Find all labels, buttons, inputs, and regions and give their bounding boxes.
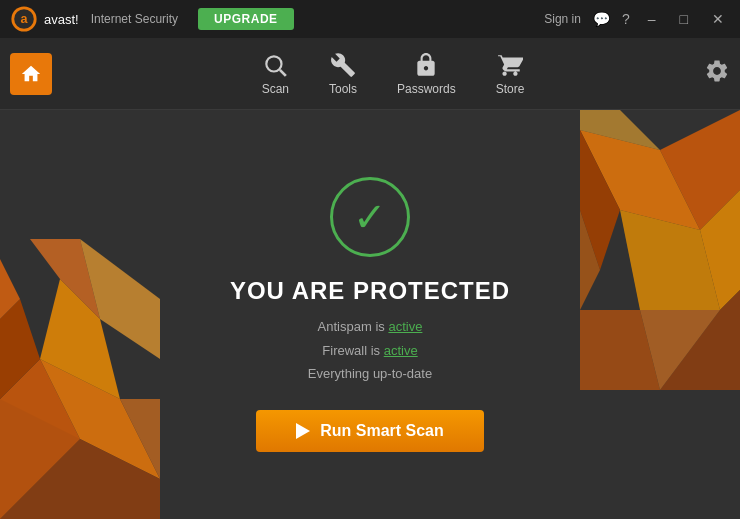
main-content: ✓ YOU ARE PROTECTED Antispam is active F… — [0, 110, 740, 519]
settings-icon — [704, 58, 730, 84]
center-content: ✓ YOU ARE PROTECTED Antispam is active F… — [0, 110, 740, 519]
nav-store[interactable]: Store — [496, 52, 525, 96]
nav-passwords[interactable]: Passwords — [397, 52, 456, 96]
nav-scan[interactable]: Scan — [262, 52, 289, 96]
help-icon[interactable]: ? — [622, 11, 630, 27]
firewall-status-link[interactable]: active — [384, 343, 418, 358]
play-icon — [296, 423, 310, 439]
scan-icon — [262, 52, 288, 78]
uptodate-status: Everything up-to-date — [308, 362, 432, 385]
status-details: Antispam is active Firewall is active Ev… — [308, 315, 432, 385]
check-mark-icon: ✓ — [353, 197, 387, 237]
firewall-label: Firewall is — [322, 343, 380, 358]
logo-area: a avast! Internet Security — [10, 5, 178, 33]
scan-label: Scan — [262, 82, 289, 96]
sign-in-button[interactable]: Sign in — [544, 12, 581, 26]
app-name: avast! — [44, 12, 79, 27]
antispam-status-link[interactable]: active — [388, 319, 422, 334]
passwords-icon — [413, 52, 439, 78]
close-button[interactable]: ✕ — [706, 9, 730, 29]
titlebar-controls: Sign in 💬 ? – □ ✕ — [544, 9, 730, 29]
upgrade-button[interactable]: UPGRADE — [198, 8, 294, 30]
tools-label: Tools — [329, 82, 357, 96]
nav-items: Scan Tools Passwords Store — [82, 52, 704, 96]
status-prefix: YOU ARE — [230, 277, 353, 304]
maximize-button[interactable]: □ — [674, 9, 694, 29]
title-bar: a avast! Internet Security UPGRADE Sign … — [0, 0, 740, 38]
antispam-label: Antispam is — [318, 319, 385, 334]
svg-text:a: a — [20, 12, 28, 26]
status-title: YOU ARE PROTECTED — [230, 277, 510, 305]
minimize-button[interactable]: – — [642, 9, 662, 29]
svg-line-4 — [280, 69, 286, 75]
store-label: Store — [496, 82, 525, 96]
nav-tools[interactable]: Tools — [329, 52, 357, 96]
chat-icon[interactable]: 💬 — [593, 11, 610, 27]
store-icon — [497, 52, 523, 78]
protection-status-icon: ✓ — [330, 177, 410, 257]
tools-icon — [330, 52, 356, 78]
avast-logo-icon: a — [10, 5, 38, 33]
run-smart-scan-button[interactable]: Run Smart Scan — [256, 410, 484, 452]
firewall-status: Firewall is active — [308, 339, 432, 362]
run-scan-label: Run Smart Scan — [320, 422, 444, 440]
settings-button[interactable] — [704, 58, 730, 90]
home-icon — [20, 63, 42, 85]
passwords-label: Passwords — [397, 82, 456, 96]
svg-point-3 — [267, 56, 282, 71]
navbar: Scan Tools Passwords Store — [0, 38, 740, 110]
app-subtitle: Internet Security — [91, 12, 178, 26]
status-highlight: PROTECTED — [353, 277, 510, 304]
antispam-status: Antispam is active — [308, 315, 432, 338]
home-button[interactable] — [10, 53, 52, 95]
